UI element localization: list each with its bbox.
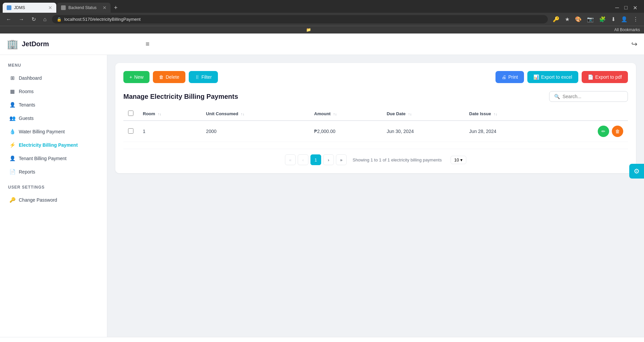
sort-date-issue[interactable]: ↑↓ — [493, 112, 497, 116]
bookmark-icon[interactable]: ★ — [563, 15, 571, 24]
app-logo: 🏢 JetDorm — [7, 39, 49, 50]
sidebar-item-tenant-billing[interactable]: 👤 Tenant Billing Payment — [5, 152, 102, 165]
bookmarks-folder-icon: 📁 — [306, 27, 311, 32]
sidebar-item-tenant-billing-label: Tenant Billing Payment — [19, 156, 66, 161]
browser-tabs: JDMS ✕ Backend Status ✕ + ─ □ ✕ — [0, 0, 644, 13]
sidebar-item-water-billing[interactable]: 💧 Water Billing Payment — [5, 125, 102, 138]
profile-icon[interactable]: 🔑 — [551, 15, 561, 24]
table-header: Room ↑↓ Unit Consumed ↑↓ Amount ↑↓ — [123, 107, 628, 121]
new-tab-button[interactable]: + — [111, 3, 120, 13]
col-amount[interactable]: Amount ↑↓ — [309, 107, 382, 121]
sort-amount[interactable]: ↑↓ — [333, 112, 337, 116]
app-logo-text: JetDorm — [22, 40, 49, 48]
maximize-button[interactable]: □ — [623, 3, 629, 12]
select-all-col — [123, 107, 138, 121]
reload-button[interactable]: ↻ — [30, 15, 38, 24]
prev-page-button[interactable]: ‹ — [298, 154, 308, 165]
menu-icon[interactable]: ⋮ — [631, 15, 640, 24]
sidebar-item-dashboard[interactable]: ⊞ Dashboard — [5, 72, 102, 84]
row-date-issue: Jun 28, 2024 — [465, 121, 549, 142]
user-profile-icon[interactable]: 👤 — [619, 15, 629, 24]
col-room-label: Room — [143, 111, 155, 116]
back-button[interactable]: ← — [4, 15, 13, 24]
trash-icon: 🗑 — [159, 74, 164, 80]
change-password-icon: 🔑 — [9, 197, 15, 203]
sidebar-item-electricity-billing[interactable]: ⚡ Electricity Billing Payment — [5, 139, 102, 151]
all-bookmarks-label[interactable]: All Bookmarks — [614, 27, 640, 32]
print-icon: 🖨 — [502, 74, 506, 80]
tab-close-jdms[interactable]: ✕ — [48, 5, 52, 10]
search-box[interactable]: 🔍 — [549, 91, 628, 102]
color-icon[interactable]: 🎨 — [573, 15, 583, 24]
sidebar-item-change-password[interactable]: 🔑 Change Password — [5, 194, 102, 206]
delete-button[interactable]: 🗑 Delete — [153, 71, 185, 83]
logout-button[interactable]: ↪ — [631, 40, 637, 49]
forward-button[interactable]: → — [17, 15, 26, 24]
bookmarks-bar: 📁 All Bookmarks — [0, 26, 644, 33]
tab-close-backend[interactable]: ✕ — [103, 5, 107, 10]
tab-jdms[interactable]: JDMS ✕ — [3, 3, 56, 13]
select-all-checkbox[interactable] — [128, 111, 133, 116]
col-amount-label: Amount — [314, 111, 331, 116]
export-pdf-button[interactable]: 📄 Export to pdf — [582, 71, 628, 83]
address-input[interactable] — [64, 17, 543, 22]
reports-icon: 📄 — [9, 169, 15, 175]
content-card: + New 🗑 Delete ⧛ Filter 🖨 Print — [115, 63, 636, 173]
last-page-button[interactable]: » — [336, 154, 347, 165]
extension-icon[interactable]: 🧩 — [597, 15, 607, 24]
download-icon[interactable]: ⬇ — [609, 15, 617, 24]
table-header-row: Manage Electricity Billing Payments 🔍 — [123, 91, 628, 102]
col-actions — [549, 107, 628, 121]
tenant-billing-icon: 👤 — [9, 155, 15, 161]
sidebar-item-tenants-label: Tenants — [19, 102, 35, 108]
sidebar-item-dashboard-label: Dashboard — [19, 75, 42, 81]
home-button[interactable]: ⌂ — [41, 15, 49, 24]
menu-label: MENU — [5, 63, 102, 68]
table-body: 1 2000 ₱2,000.00 Jun 30, 2024 Jun 28, 20… — [123, 121, 628, 142]
new-button[interactable]: + New — [123, 71, 150, 83]
col-unit-consumed[interactable]: Unit Consumed ↑↓ — [201, 107, 309, 121]
address-bar[interactable]: 🔒 — [52, 15, 548, 23]
sidebar-item-guests[interactable]: 👥 Guests — [5, 112, 102, 125]
sidebar-item-water-billing-label: Water Billing Payment — [19, 129, 65, 134]
hamburger-menu[interactable]: ≡ — [143, 38, 152, 51]
sort-due-date[interactable]: ↑↓ — [408, 112, 412, 116]
plus-icon: + — [129, 74, 132, 80]
right-buttons: 🖨 Print 📊 Export to excel 📄 Export to pd… — [495, 71, 628, 83]
minimize-button[interactable]: ─ — [614, 3, 620, 12]
sort-unit-consumed[interactable]: ↑↓ — [241, 112, 244, 116]
print-button[interactable]: 🖨 Print — [495, 71, 524, 83]
sidebar-item-rooms[interactable]: ▦ Rooms — [5, 85, 102, 98]
sidebar-item-reports[interactable]: 📄 Reports — [5, 165, 102, 178]
col-due-date-label: Due Date — [387, 111, 405, 116]
next-page-button[interactable]: › — [323, 154, 334, 165]
close-button[interactable]: ✕ — [632, 3, 639, 12]
app-wrapper: 🏢 JetDorm ≡ ↪ MENU ⊞ Dashboard ▦ Rooms 👤… — [0, 33, 644, 342]
settings-fab[interactable]: ⚙ — [629, 164, 644, 179]
page-size-value: 10 — [454, 157, 459, 162]
new-button-label: New — [134, 74, 143, 80]
app-content: MENU ⊞ Dashboard ▦ Rooms 👤 Tenants 👥 Gue… — [0, 55, 644, 337]
app-header: 🏢 JetDorm ≡ ↪ — [0, 33, 644, 55]
row-unit-consumed: 2000 — [201, 121, 309, 142]
filter-button[interactable]: ⧛ Filter — [189, 71, 218, 83]
sidebar-item-tenants[interactable]: 👤 Tenants — [5, 98, 102, 111]
page-size-select[interactable]: 10 ▾ — [451, 156, 466, 164]
page-1-button[interactable]: 1 — [310, 154, 321, 165]
col-room[interactable]: Room ↑↓ — [138, 107, 201, 121]
tab-backend[interactable]: Backend Status ✕ — [57, 3, 111, 13]
first-page-button[interactable]: « — [285, 154, 296, 165]
screenshot-icon[interactable]: 📷 — [585, 15, 595, 24]
delete-row-button[interactable]: 🗑 — [612, 126, 623, 137]
col-date-issue[interactable]: Date Issue ↑↓ — [465, 107, 549, 121]
col-due-date[interactable]: Due Date ↑↓ — [382, 107, 464, 121]
sort-room[interactable]: ↑↓ — [158, 112, 161, 116]
settings-gear-icon: ⚙ — [634, 167, 640, 175]
search-input[interactable] — [563, 94, 623, 99]
tab-icon-jdms — [7, 5, 11, 10]
edit-row-button[interactable]: ✏ — [598, 126, 609, 137]
sidebar-item-reports-label: Reports — [19, 169, 35, 175]
row-actions-cell: ✏ 🗑 — [549, 121, 628, 142]
row-checkbox[interactable] — [128, 128, 133, 134]
export-excel-button[interactable]: 📊 Export to excel — [527, 71, 578, 83]
